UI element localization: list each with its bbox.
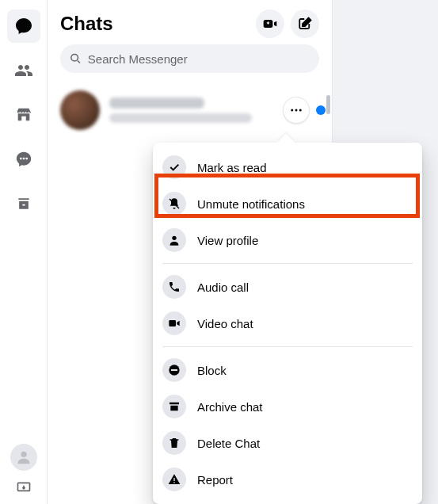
new-message-button[interactable] (291, 10, 319, 38)
chat-text (109, 97, 273, 123)
scrollbar-thumb[interactable] (326, 95, 330, 114)
download-icon (16, 480, 32, 496)
page-title: Chats (60, 13, 249, 35)
phone-icon (168, 281, 181, 293)
rail-chats[interactable] (7, 10, 40, 43)
menu-delete-chat[interactable]: Delete Chat (153, 425, 422, 461)
svg-point-10 (172, 236, 176, 240)
search-box[interactable] (60, 44, 319, 73)
video-plus-icon (262, 16, 278, 32)
chat-avatar (60, 90, 100, 130)
chat-more-button[interactable] (283, 97, 310, 124)
block-icon (168, 364, 181, 376)
chat-list-item[interactable] (48, 82, 332, 138)
menu-mark-as-read[interactable]: Mark as read (153, 149, 422, 185)
new-video-room-button[interactable] (256, 10, 284, 38)
rail-marketplace[interactable] (7, 98, 40, 132)
unread-indicator (316, 105, 326, 115)
menu-label: Block (197, 364, 227, 377)
check-icon (168, 161, 181, 174)
archive-icon (168, 400, 181, 413)
rail-download[interactable] (7, 480, 40, 496)
chats-header: Chats (48, 0, 332, 44)
svg-point-5 (71, 54, 78, 61)
search-input[interactable] (88, 52, 310, 66)
chat-icon (14, 17, 33, 36)
menu-divider (162, 263, 413, 264)
video-icon (168, 317, 181, 330)
search-icon (70, 52, 82, 65)
menu-audio-call[interactable]: Audio call (153, 269, 422, 305)
menu-label: Delete Chat (197, 437, 260, 450)
svg-point-0 (21, 452, 26, 457)
menu-divider (162, 346, 413, 347)
chat-preview-redacted (109, 113, 252, 123)
menu-unmute-notifications[interactable]: Unmute notifications (153, 185, 422, 222)
archive-rail-icon (16, 196, 32, 212)
rail-archive[interactable] (7, 187, 40, 220)
svg-rect-13 (171, 369, 177, 371)
menu-archive-chat[interactable]: Archive chat (153, 388, 422, 425)
chat-name-redacted (109, 97, 204, 109)
menu-label: View profile (197, 234, 258, 247)
menu-label: Video chat (197, 317, 253, 330)
requests-icon (15, 151, 32, 168)
svg-point-6 (291, 109, 293, 112)
people-icon (14, 61, 33, 80)
menu-label: Unmute notifications (197, 197, 305, 211)
profile-icon (168, 234, 181, 246)
svg-point-8 (299, 109, 302, 112)
more-icon (289, 103, 303, 117)
svg-point-7 (295, 109, 298, 112)
menu-label: Report (197, 473, 233, 487)
chat-context-menu: Mark as read Unmute notifications View p… (153, 143, 422, 504)
menu-label: Audio call (197, 281, 249, 294)
menu-view-profile[interactable]: View profile (153, 222, 422, 258)
svg-rect-4 (268, 21, 269, 24)
menu-report[interactable]: Report (153, 461, 422, 498)
warning-icon (168, 473, 181, 486)
trash-icon (168, 437, 181, 449)
bell-slash-icon (168, 197, 181, 210)
user-avatar[interactable] (10, 444, 37, 471)
menu-video-chat[interactable]: Video chat (153, 305, 422, 342)
compose-icon (298, 17, 312, 31)
rail-people[interactable] (7, 54, 40, 87)
rail-requests[interactable] (7, 143, 40, 176)
svg-rect-11 (169, 320, 176, 326)
menu-block[interactable]: Block (153, 352, 422, 388)
marketplace-icon (15, 106, 32, 124)
menu-label: Archive chat (197, 400, 263, 414)
menu-label: Mark as read (197, 161, 267, 174)
left-rail (0, 0, 48, 504)
